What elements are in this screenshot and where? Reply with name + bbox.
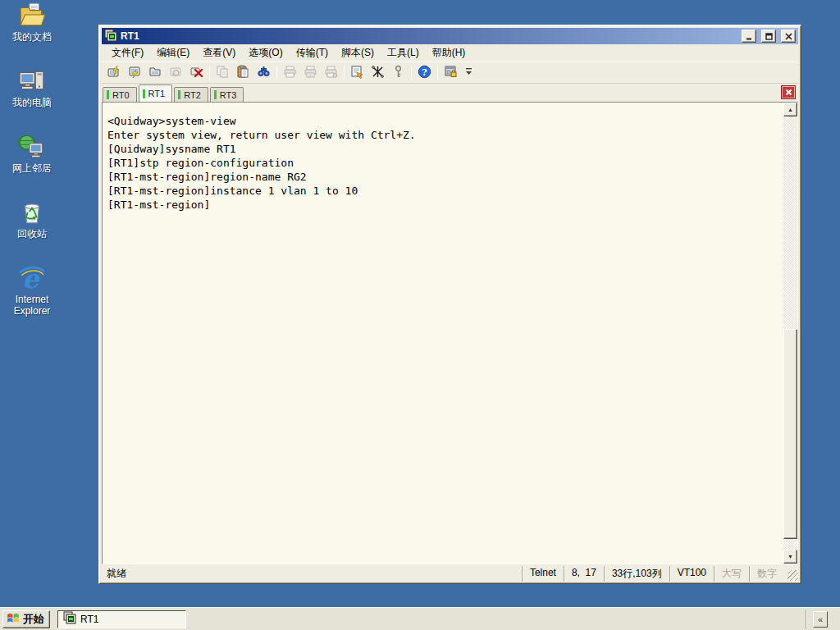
network-places-icon <box>18 133 46 161</box>
status-protocol: Telnet <box>522 566 564 582</box>
connect-button[interactable] <box>125 63 145 83</box>
status-emulation: VT100 <box>669 566 714 582</box>
tab-label: RT2 <box>184 90 201 100</box>
print-selection-icon <box>304 65 317 81</box>
desktop-icon-internet-explorer[interactable]: eInternet Explorer <box>2 264 62 317</box>
tab-close-button[interactable] <box>782 86 795 98</box>
disconnect-icon <box>189 65 203 81</box>
close-button[interactable] <box>781 30 796 43</box>
minimize-button[interactable] <box>742 30 756 43</box>
copy-icon <box>216 65 230 81</box>
desktop-icon-label: 我的文档 <box>12 31 52 43</box>
terminal-output[interactable]: <Quidway>system-viewEnter system view, r… <box>103 103 783 564</box>
tab-label: RT3 <box>220 90 237 100</box>
connect-in-tab-button[interactable] <box>145 63 166 83</box>
desktop-icon-recycle-bin[interactable]: 回收站 <box>2 199 62 240</box>
find-icon <box>257 65 271 81</box>
menu-tools[interactable]: 工具(L) <box>381 43 426 62</box>
resize-grip[interactable] <box>788 570 798 581</box>
connect-tab-icon <box>148 65 162 81</box>
status-term-size: 33行,103列 <box>604 566 669 582</box>
status-cursor: 8, 17 <box>564 566 604 582</box>
paste-button[interactable] <box>233 63 253 83</box>
desktop-icon-label: 我的电脑 <box>12 97 52 108</box>
keymap-editor-button[interactable] <box>368 63 388 83</box>
toolbar-overflow-button[interactable] <box>463 63 474 83</box>
help-icon: ? <box>418 65 431 81</box>
find-button[interactable] <box>253 63 274 83</box>
menu-edit[interactable]: 编辑(E) <box>150 43 196 62</box>
vertical-scrollbar[interactable]: ▲ ▼ <box>783 103 797 564</box>
svg-text:?: ? <box>422 66 427 77</box>
recycle-bin-icon <box>18 199 46 226</box>
title-bar[interactable]: RT1 <box>102 28 798 44</box>
terminal-line: [Quidway]sysname RT1 <box>107 142 783 156</box>
session-tab-bar: RT0RT1RT2RT3 <box>102 84 798 102</box>
desktop-icon-label: Internet Explorer <box>2 294 62 317</box>
reconnect-icon <box>169 65 183 81</box>
toolbar-overflow-icon <box>465 66 472 79</box>
menu-view[interactable]: 查看(V) <box>196 43 242 62</box>
print-button <box>280 63 300 83</box>
tab-rt3[interactable]: RT3 <box>210 87 244 102</box>
toolbar: ? <box>102 62 798 84</box>
start-button-label: 开始 <box>23 612 44 627</box>
terminal-line: [RT1]stp region-configuration <box>107 156 783 170</box>
menu-transfer[interactable]: 传输(T) <box>290 43 335 62</box>
terminal-area[interactable]: <Quidway>system-viewEnter system view, r… <box>102 102 798 564</box>
session-options-icon <box>350 65 364 81</box>
print-setup-button <box>321 63 341 83</box>
task-button-label: RT1 <box>80 614 98 625</box>
tab-rt2[interactable]: RT2 <box>174 87 208 102</box>
copy-button <box>212 63 233 83</box>
terminal-line: Enter system view, return user view with… <box>107 128 783 142</box>
menu-help[interactable]: 帮助(H) <box>426 43 472 62</box>
desktop-icons: 我的文档我的电脑网上邻居回收站eInternet Explorer <box>2 2 62 317</box>
scroll-down-button[interactable]: ▼ <box>783 550 797 564</box>
desktop-icon-network-places[interactable]: 网上邻居 <box>2 133 62 174</box>
status-bar: 就绪 Telnet8, 1733行,103列VT100大写数字 <box>102 564 798 581</box>
tab-rt1[interactable]: RT1 <box>139 84 173 102</box>
tab-rt0[interactable]: RT0 <box>103 87 137 102</box>
desktop-icon-my-documents[interactable]: 我的文档 <box>2 2 62 43</box>
menu-options[interactable]: 选项(O) <box>242 43 289 62</box>
tray-collapse-button[interactable]: « <box>813 611 828 628</box>
scroll-up-button[interactable]: ▲ <box>783 103 797 116</box>
app-window: RT1 文件(F)编辑(E)查看(V)选项(O)传输(T)脚本(S)工具(L)帮… <box>98 25 801 584</box>
print-selection-button <box>300 63 321 83</box>
help-button[interactable]: ? <box>414 63 435 83</box>
session-manager-icon <box>444 65 458 81</box>
session-manager-button[interactable] <box>441 63 461 83</box>
reconnect-button <box>166 63 186 83</box>
status-caps-lock: 大写 <box>714 566 749 582</box>
taskbar: 开始 RT1 « <box>0 607 840 630</box>
terminal-line: [RT1-mst-region]instance 1 vlan 1 to 10 <box>107 184 783 198</box>
tab-connected-indicator <box>143 89 145 98</box>
tab-connected-indicator <box>107 90 109 99</box>
key-agent-button[interactable] <box>388 63 409 83</box>
status-ready-text: 就绪 <box>102 567 522 581</box>
toolbar-separator <box>437 66 438 80</box>
menu-bar: 文件(F)编辑(E)查看(V)选项(O)传输(T)脚本(S)工具(L)帮助(H) <box>102 44 798 62</box>
paste-icon <box>236 65 250 81</box>
taskbar-task-rt1[interactable]: RT1 <box>57 610 186 628</box>
keymap-icon <box>371 65 385 81</box>
toolbar-separator <box>209 66 210 80</box>
maximize-button[interactable] <box>761 30 776 43</box>
my-computer-icon <box>18 67 46 95</box>
session-options-button[interactable] <box>347 63 368 83</box>
toolbar-separator <box>411 66 412 80</box>
quick-connect-button[interactable] <box>104 63 125 83</box>
start-button[interactable]: 开始 <box>2 610 50 628</box>
toolbar-separator <box>344 66 345 80</box>
system-tray: « <box>806 609 828 629</box>
task-app-icon <box>63 611 76 627</box>
print-setup-icon <box>324 65 338 81</box>
menu-script[interactable]: 脚本(S) <box>335 43 381 62</box>
desktop-icon-my-computer[interactable]: 我的电脑 <box>2 67 62 108</box>
print-icon <box>283 65 297 81</box>
disconnect-button[interactable] <box>186 63 207 83</box>
scrollbar-thumb[interactable] <box>783 329 797 539</box>
app-icon <box>104 29 117 44</box>
menu-file[interactable]: 文件(F) <box>105 43 150 62</box>
